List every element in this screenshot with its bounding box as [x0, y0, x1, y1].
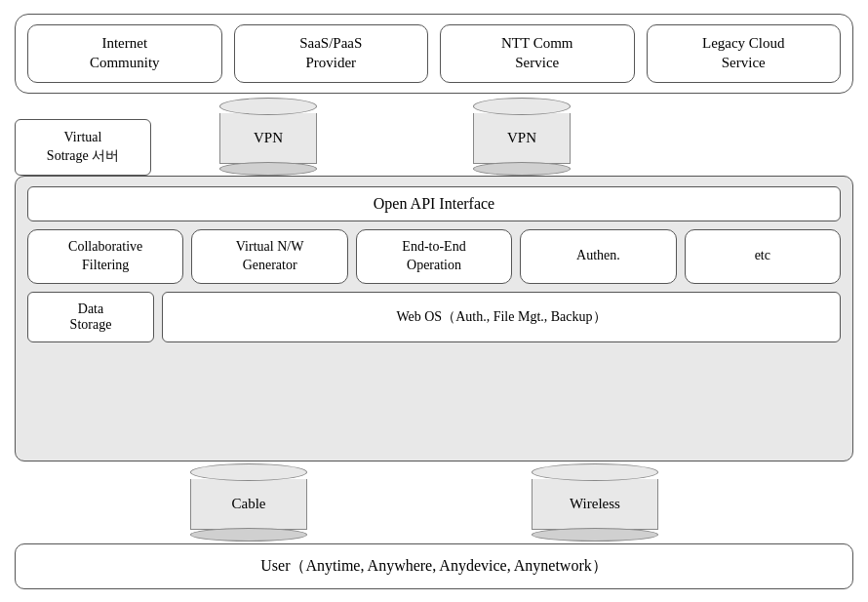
end-to-end-box: End-to-End Operation	[356, 229, 512, 284]
main-outer-container: Open API Interface Collaborative Filteri…	[15, 176, 853, 462]
vpn1-cylinder: VPN	[219, 98, 317, 176]
bottom-boxes-row: Data Storage Web OS（Auth., File Mgt., Ba…	[27, 292, 841, 342]
vpn1-top	[219, 98, 317, 115]
api-interface-bar: Open API Interface	[27, 186, 841, 221]
legacy-cloud-label: Legacy Cloud Service	[702, 34, 785, 72]
etc-box: etc	[685, 229, 841, 284]
wireless-cylinder: Wireless	[532, 463, 658, 542]
vstorage-label: Virtual Sotrage 서버	[47, 129, 119, 164]
internet-community-box: Internet Community	[27, 24, 222, 83]
api-interface-label: Open API Interface	[374, 195, 494, 212]
saas-paas-label: SaaS/PaaS Provider	[299, 34, 362, 72]
authen-label: Authen.	[576, 247, 620, 264]
vpn2-cylinder: VPN	[473, 98, 571, 176]
vpn2-label: VPN	[507, 130, 536, 146]
cable-label: Cable	[232, 496, 266, 512]
top-services-container: Internet Community SaaS/PaaS Provider NT…	[15, 14, 853, 94]
vpn1-body: VPN	[219, 113, 317, 164]
vpn1-label: VPN	[254, 130, 283, 146]
cable-top	[190, 463, 307, 481]
end-to-end-label: End-to-End Operation	[402, 238, 465, 273]
vpn2-top	[473, 98, 571, 115]
wireless-body: Wireless	[532, 479, 658, 530]
cable-body: Cable	[190, 479, 307, 530]
webos-box: Web OS（Auth., File Mgt., Backup）	[162, 292, 841, 342]
vstorage-box: Virtual Sotrage 서버	[15, 119, 151, 176]
virtual-nw-label: Virtual N/W Generator	[236, 238, 304, 273]
collaborative-filtering-label: Collaborative Filtering	[68, 238, 142, 273]
wireless-top	[532, 463, 658, 481]
vpn2-bottom	[473, 162, 571, 176]
cable-wireless-row: Cable Wireless	[15, 463, 853, 542]
wireless-label: Wireless	[570, 496, 620, 512]
saas-paas-box: SaaS/PaaS Provider	[234, 24, 429, 83]
architecture-diagram: Internet Community SaaS/PaaS Provider NT…	[15, 14, 853, 589]
ntt-comm-box: NTT Comm Service	[440, 24, 635, 83]
ntt-comm-label: NTT Comm Service	[501, 34, 572, 72]
vpn1-bottom	[219, 162, 317, 176]
internet-community-label: Internet Community	[90, 34, 160, 72]
authen-box: Authen.	[520, 229, 676, 284]
data-storage-label: Data Storage	[70, 301, 112, 333]
data-storage-box: Data Storage	[27, 292, 154, 342]
cable-bottom	[190, 528, 307, 542]
feature-boxes-row: Collaborative Filtering Virtual N/W Gene…	[27, 229, 841, 284]
user-bar-label: User（Anytime, Anywhere, Anydevice, Anyne…	[260, 557, 607, 574]
vpn2-body: VPN	[473, 113, 571, 164]
virtual-nw-box: Virtual N/W Generator	[191, 229, 347, 284]
webos-label: Web OS（Auth., File Mgt., Backup）	[396, 308, 606, 326]
user-bar: User（Anytime, Anywhere, Anydevice, Anyne…	[15, 543, 853, 589]
etc-label: etc	[755, 247, 770, 264]
collaborative-filtering-box: Collaborative Filtering	[27, 229, 183, 284]
vpn-row: Virtual Sotrage 서버 VPN VPN	[15, 98, 853, 176]
wireless-bottom	[532, 528, 658, 542]
cable-cylinder: Cable	[190, 463, 307, 542]
legacy-cloud-box: Legacy Cloud Service	[647, 24, 842, 83]
